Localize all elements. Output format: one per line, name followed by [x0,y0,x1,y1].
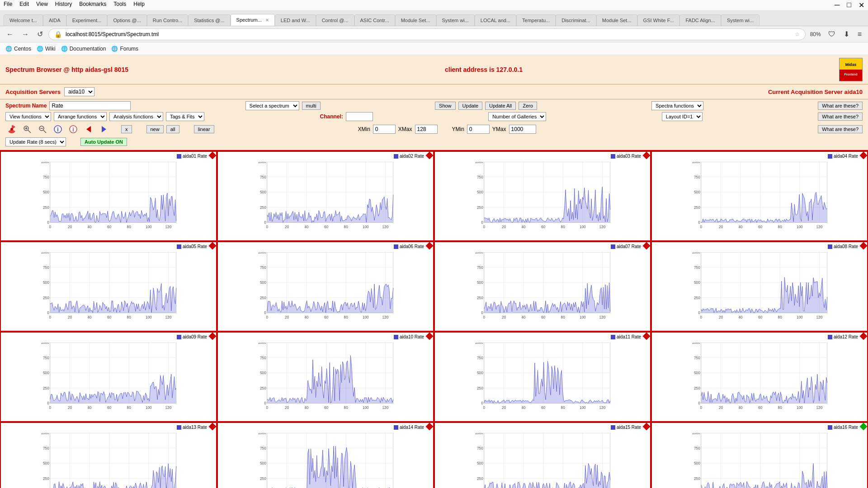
chart-cell-8[interactable]: aida08 Rate10007505002500020406080100120 [651,241,868,332]
tab-system2[interactable]: System wi... [721,14,760,26]
arrow-left-icon[interactable] [82,123,95,136]
maximize-btn[interactable]: □ [847,1,851,9]
chart-cell-16[interactable]: aida16 Rate10007505002500020406080100120 [651,422,868,488]
xmax-input[interactable] [415,125,438,134]
new-button[interactable]: new [146,125,164,133]
tab-system1[interactable]: System wi... [436,14,475,26]
analysis-functions-dropdown[interactable]: Analysis functions [109,112,163,121]
menu-help[interactable]: Help [133,1,145,9]
tab-gsi[interactable]: GSI White F... [637,14,680,26]
menu-history[interactable]: History [55,1,72,9]
download-icon[interactable]: ⬇ [841,29,852,39]
x-button[interactable]: x [121,125,132,133]
info-circle-icon[interactable]: i [52,123,64,136]
bookmark-wiki[interactable]: 🌐 Wiki [37,46,56,52]
chart-cell-15[interactable]: aida15 Rate10007505002500020406080100120 [434,422,651,488]
chart-cell-12[interactable]: aida12 Rate10007505002500020406080100120 [651,332,868,422]
chart-cell-4[interactable]: aida04 Rate10007505002500020406080100120 [651,151,868,241]
multi-button[interactable]: multi [302,102,321,110]
show-button[interactable]: Show [435,102,456,110]
bookmark-centos[interactable]: 🌐 Centos [5,46,31,52]
chart-cell-13[interactable]: aida13 Rate10007505002500020406080100120 [0,422,217,488]
info-alt-icon[interactable]: i [67,123,80,136]
menu-file[interactable]: File [4,1,12,9]
bookmark-star-icon[interactable]: ☆ [795,31,800,38]
update-rate-dropdown[interactable]: Update Rate (8 secs) [5,137,66,146]
update-all-button[interactable]: Update All [485,102,516,110]
tab-close-icon[interactable]: ✕ [265,18,269,23]
arrow-right-icon[interactable] [98,123,110,136]
tab-control[interactable]: Control @... [316,14,354,26]
svg-text:250: 250 [43,296,49,300]
arrange-functions-dropdown[interactable]: Arrange functions [54,112,107,121]
auto-update-button[interactable]: Auto Update ON [80,138,127,146]
tags-fits-dropdown[interactable]: Tags & Fits [166,112,204,121]
back-button[interactable]: ← [4,29,16,39]
number-of-galleries-dropdown[interactable]: Number of Galleries [488,112,546,121]
channel-input[interactable] [346,112,373,121]
acq-bar: Acquisition Servers aida10 Current Acqui… [0,84,868,99]
svg-text:500: 500 [694,461,700,465]
what-are-these-1-button[interactable]: What are these? [818,102,863,110]
svg-text:0: 0 [47,311,49,315]
menu-tools[interactable]: Tools [113,1,126,9]
search-zoom-icon[interactable] [21,123,33,136]
tab-run-control[interactable]: Run Contro... [147,14,188,26]
spectra-functions-dropdown[interactable]: Spectra functions [651,101,703,110]
tab-local[interactable]: LOCAL and... [475,14,516,26]
tab-asic[interactable]: ASIC Contr... [354,14,395,26]
chart-cell-9[interactable]: aida09 Rate10007505002500020406080100120 [0,332,217,422]
chart-cell-5[interactable]: aida05 Rate10007505002500020406080100120 [0,241,217,332]
update-button[interactable]: Update [458,102,482,110]
menu-edit[interactable]: Edit [19,1,29,9]
shield-icon[interactable]: 🛡 [826,29,838,39]
what-are-these-2-button[interactable]: What are these? [818,113,863,121]
tab-welcome[interactable]: Welcome t... [4,14,43,26]
acq-server-select[interactable]: aida10 [64,87,94,96]
menu-view[interactable]: View [36,1,48,9]
minimize-btn[interactable]: ─ [835,1,840,9]
chart-cell-3[interactable]: aida03 Rate10007505002500020406080100120 [434,151,651,241]
chart-cell-7[interactable]: aida07 Rate10007505002500020406080100120 [434,241,651,332]
layout-id-dropdown[interactable]: Layout ID=1 [662,112,703,121]
url-text[interactable]: localhost:8015/Spectrum/Spectrum.tml [66,31,791,38]
menu-icon[interactable]: ≡ [855,29,864,39]
chart-cell-2[interactable]: aida02 Rate10007505002500020406080100120 [217,151,434,241]
chart-cell-1[interactable]: aida01 Rate10007505002500020406080100120 [0,151,217,241]
view-functions-dropdown[interactable]: View functions [5,112,51,121]
all-button[interactable]: all [166,125,179,133]
bookmark-documentation[interactable]: 🌐 Documentation [61,46,106,52]
radiation-icon[interactable] [5,123,18,136]
chart-cell-11[interactable]: aida11 Rate10007505002500020406080100120 [434,332,651,422]
tab-aida[interactable]: AIDA [43,14,66,26]
ymax-input[interactable] [509,125,536,134]
tab-statistics[interactable]: Statistics @... [188,14,230,26]
chart-cell-6[interactable]: aida06 Rate10007505002500020406080100120 [217,241,434,332]
zoom-out-icon[interactable] [36,123,49,136]
tab-temp[interactable]: Temperatu... [516,14,556,26]
tab-fadc[interactable]: FADC Align... [679,14,721,26]
tab-led[interactable]: LED and W... [275,14,316,26]
spectrum-name-input[interactable] [49,101,131,110]
svg-text:60: 60 [758,315,763,319]
select-spectrum-dropdown[interactable]: Select a spectrum [245,101,299,110]
tab-module1[interactable]: Module Set... [395,14,436,26]
xmin-input[interactable] [373,125,396,134]
forward-button[interactable]: → [19,29,32,39]
what-are-these-3-button[interactable]: What are these? [818,125,863,133]
tab-module2[interactable]: Module Set... [596,14,637,26]
tab-options[interactable]: Options @... [107,14,146,26]
chart-cell-14[interactable]: aida14 Rate10007505002500020406080100120 [217,422,434,488]
menu-bookmarks[interactable]: Bookmarks [79,1,106,9]
bookmark-forums[interactable]: 🌐 Forums [111,46,138,52]
ymin-input[interactable] [467,125,490,134]
tab-discrim[interactable]: Discriminat... [556,14,596,26]
tab-spectrum[interactable]: Spectrum...✕ [231,14,275,26]
tab-experiment[interactable]: Experiment... [66,14,108,26]
reload-button[interactable]: ↺ [34,29,46,39]
zero-button[interactable]: Zero [519,102,537,110]
close-btn[interactable]: ✕ [859,1,864,9]
linear-button[interactable]: linear [194,125,214,133]
chart-diamond-16 [860,423,868,431]
chart-cell-10[interactable]: aida10 Rate10007505002500020406080100120 [217,332,434,422]
